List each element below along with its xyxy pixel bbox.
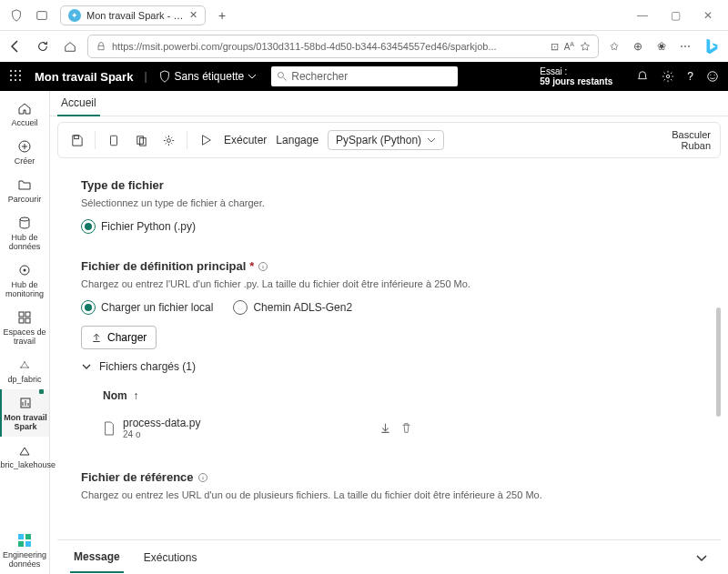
shield-icon [6,5,26,25]
text-size-icon[interactable]: AA [564,41,574,52]
delete-icon[interactable] [400,422,412,434]
tab-message[interactable]: Message [70,542,124,573]
upload-icon [91,332,102,343]
reader-icon[interactable]: ⊡ [551,41,559,53]
svg-rect-31 [25,541,31,547]
radio-local-file[interactable]: Charger un fichier local [81,300,213,315]
svg-rect-0 [37,11,47,19]
sidebar-item-dpfabric[interactable]: dp_fabric [0,351,49,389]
home-button[interactable] [60,36,80,56]
sidebar-item-spark[interactable]: Mon travail Spark [0,389,49,437]
sensitivity-label: Sans étiquette [175,70,245,83]
back-button[interactable] [5,36,25,56]
svg-rect-33 [111,136,117,146]
search-placeholder: Rechercher [291,70,348,83]
main-def-desc: Chargez ou entrez l'URL d'un fichier .py… [81,278,697,289]
name-column[interactable]: Nom ↑ [103,389,697,402]
close-tab-icon[interactable]: ✕ [189,9,197,21]
files-loaded-toggle[interactable]: Fichiers chargés (1) [81,360,697,373]
tab-home[interactable]: Accueil [57,91,100,116]
svg-point-5 [10,75,12,76]
menu-icon[interactable]: ⋯ [677,38,693,55]
chevron-down-icon [427,136,436,145]
copy-icon[interactable] [132,131,150,149]
new-tab-button[interactable]: + [211,5,233,26]
svg-rect-29 [25,534,31,539]
file-icon [103,421,116,436]
svg-rect-30 [18,541,24,547]
reference-title: Fichier de référence [81,470,194,484]
help-icon[interactable]: ? [687,70,693,83]
svg-rect-1 [98,45,104,50]
play-icon[interactable] [197,131,215,149]
chevron-down-icon [81,361,92,372]
collections-icon[interactable]: ⊕ [630,38,646,55]
radio-adls[interactable]: Chemin ADLS-Gen2 [233,300,352,315]
bottom-panel-tabs: Message Exécutions [57,539,721,574]
url-box[interactable]: https://msit.powerbi.com/groups/0130d311… [87,35,599,58]
maximize-button[interactable]: ▢ [659,5,692,26]
sidebar-item-workspaces[interactable]: Espaces de travail [0,304,49,351]
svg-point-15 [714,75,715,76]
run-button[interactable]: Exécuter [224,134,267,146]
radio-python-file[interactable]: Fichier Python (.py) [81,219,196,234]
upload-button[interactable]: Charger [81,326,157,349]
extensions-icon[interactable]: ❀ [653,38,670,55]
main-def-title: Fichier de définition principal [81,259,246,273]
feedback-icon[interactable] [706,70,719,83]
app-launcher-icon[interactable] [9,69,24,84]
sidebar-item-datahub[interactable]: Hub de données [0,209,49,257]
chevron-down-icon [248,72,257,81]
close-window-button[interactable]: ✕ [692,5,724,26]
sidebar-item-lakehouse[interactable]: fabric_lakehouse [0,437,49,475]
favorite-icon[interactable] [580,41,591,52]
save-icon[interactable] [67,131,86,149]
info-icon[interactable] [197,472,208,483]
tab-title: Mon travail Spark - Ingénieur d [86,10,186,21]
minimize-button[interactable]: ― [626,5,659,26]
gear-icon[interactable] [159,131,177,149]
file-type-desc: Sélectionnez un type de fichier à charge… [81,197,697,208]
trial-status: Essai : 59 jours restants [540,66,612,86]
settings-icon[interactable] [662,70,674,83]
language-label: Langage [276,134,318,146]
svg-rect-22 [19,318,24,323]
sensitivity-dropdown[interactable]: Sans étiquette [158,70,258,83]
sidebar-item-monitoring[interactable]: Hub de monitoring [0,257,49,304]
toggle-ribbon[interactable]: Basculer Ruban [672,129,711,151]
svg-point-14 [710,75,711,76]
notifications-icon[interactable] [636,70,649,83]
info-icon[interactable] [258,261,268,272]
svg-point-6 [15,75,16,76]
file-type-title: Type de fichier [81,178,697,192]
svg-point-3 [15,70,16,72]
scrollbar-thumb[interactable] [716,307,721,417]
tab-executions[interactable]: Exécutions [140,543,201,572]
site-icon: ✦ [68,9,81,22]
refresh-button[interactable] [33,36,53,56]
svg-rect-32 [74,135,78,138]
svg-point-36 [167,138,170,142]
toolbar: Exécuter Langage PySpark (Python) Bascul… [57,122,721,158]
url-text: https://msit.powerbi.com/groups/0130d311… [112,41,545,52]
flip-icon[interactable] [32,5,52,25]
bing-icon[interactable] [701,35,723,57]
sidebar-item-browse[interactable]: Parcourir [0,171,49,209]
svg-point-7 [19,75,21,76]
collapse-panel-icon[interactable] [695,551,708,564]
svg-point-17 [20,217,29,221]
browser-tab[interactable]: ✦ Mon travail Spark - Ingénieur d ✕ [60,5,206,25]
svg-point-9 [15,79,16,81]
download-icon[interactable] [379,422,391,434]
sidebar-item-home[interactable]: Accueil [0,95,49,133]
clipboard-icon[interactable] [105,131,123,149]
sidebar-item-create[interactable]: Créer [0,133,49,171]
svg-rect-20 [19,312,24,317]
sidebar-item-persona[interactable]: Engineering données [0,527,49,574]
svg-point-11 [278,73,284,78]
favorites-icon[interactable]: ✩ [606,38,622,55]
search-input[interactable]: Rechercher [271,66,458,86]
language-select[interactable]: PySpark (Python) [328,130,444,150]
svg-point-13 [708,72,718,82]
svg-point-10 [19,79,21,81]
